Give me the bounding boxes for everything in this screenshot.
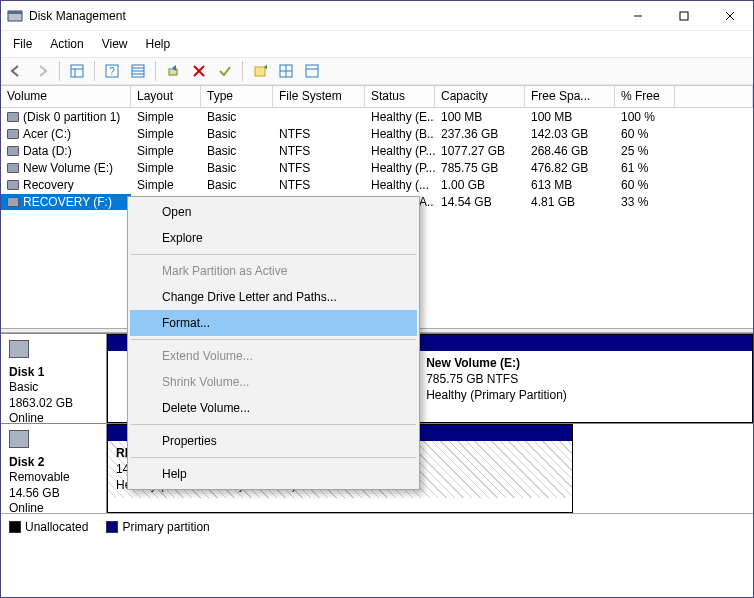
cm-change-letter[interactable]: Change Drive Letter and Paths... xyxy=(130,284,417,310)
disk1-size: 1863.02 GB xyxy=(9,396,73,410)
toolbar: ? ✶ xyxy=(1,57,753,85)
new-item-icon[interactable]: ✶ xyxy=(249,60,271,82)
svg-text:?: ? xyxy=(109,66,115,77)
disk-icon xyxy=(9,340,29,358)
svg-rect-23 xyxy=(306,65,318,77)
help-icon[interactable]: ? xyxy=(101,60,123,82)
col-pctfree[interactable]: % Free xyxy=(615,86,675,107)
col-freespace[interactable]: Free Spa... xyxy=(525,86,615,107)
cm-open[interactable]: Open xyxy=(130,199,417,225)
disk1-partition-newvolume[interactable]: New Volume (E:) 785.75 GB NTFS Healthy (… xyxy=(417,334,753,423)
disk1-label[interactable]: Disk 1 Basic 1863.02 GB Online xyxy=(1,334,107,423)
grid-header: Volume Layout Type File System Status Ca… xyxy=(1,86,753,108)
svg-rect-3 xyxy=(680,12,688,20)
volume-row[interactable]: New Volume (E:)SimpleBasicNTFSHealthy (P… xyxy=(1,159,753,176)
window-title: Disk Management xyxy=(29,9,126,23)
col-status[interactable]: Status xyxy=(365,86,435,107)
cm-extend: Extend Volume... xyxy=(130,343,417,369)
toolbar-grid-icon[interactable] xyxy=(275,60,297,82)
cm-explore[interactable]: Explore xyxy=(130,225,417,251)
delete-icon[interactable] xyxy=(188,60,210,82)
toolbar-detail-icon[interactable] xyxy=(301,60,323,82)
menu-action[interactable]: Action xyxy=(42,33,91,55)
col-volume[interactable]: Volume xyxy=(1,86,131,107)
cm-delete[interactable]: Delete Volume... xyxy=(130,395,417,421)
disk-icon xyxy=(9,430,29,448)
disk2-empty xyxy=(573,424,753,513)
back-button[interactable] xyxy=(5,60,27,82)
col-capacity[interactable]: Capacity xyxy=(435,86,525,107)
menu-file[interactable]: File xyxy=(5,33,40,55)
menu-view[interactable]: View xyxy=(94,33,136,55)
close-button[interactable] xyxy=(707,1,753,31)
menubar: File Action View Help xyxy=(1,31,753,57)
check-icon[interactable] xyxy=(214,60,236,82)
context-menu: Open Explore Mark Partition as Active Ch… xyxy=(127,196,420,490)
legend: Unallocated Primary partition xyxy=(1,513,753,540)
cm-shrink: Shrink Volume... xyxy=(130,369,417,395)
svg-rect-6 xyxy=(71,65,83,77)
disk2-state: Online xyxy=(9,501,44,515)
cm-mark-active: Mark Partition as Active xyxy=(130,258,417,284)
partition-title: New Volume (E:) xyxy=(426,356,520,370)
titlebar: Disk Management xyxy=(1,1,753,31)
menu-help[interactable]: Help xyxy=(138,33,179,55)
volume-row[interactable]: Data (D:)SimpleBasicNTFSHealthy (P...107… xyxy=(1,142,753,159)
col-filesystem[interactable]: File System xyxy=(273,86,365,107)
cm-format[interactable]: Format... xyxy=(130,310,417,336)
disk2-label[interactable]: Disk 2 Removable 14.56 GB Online xyxy=(1,424,107,513)
toolbar-list-icon[interactable] xyxy=(127,60,149,82)
volume-row[interactable]: RecoverySimpleBasicNTFSHealthy (...1.00 … xyxy=(1,176,753,193)
cm-properties[interactable]: Properties xyxy=(130,428,417,454)
svg-rect-1 xyxy=(8,11,22,14)
app-icon xyxy=(7,8,23,24)
forward-button[interactable] xyxy=(31,60,53,82)
volume-row[interactable]: Acer (C:)SimpleBasicNTFSHealthy (B...237… xyxy=(1,125,753,142)
disk2-name: Disk 2 xyxy=(9,455,98,471)
legend-unallocated: Unallocated xyxy=(9,520,88,534)
col-layout[interactable]: Layout xyxy=(131,86,201,107)
toolbar-panes-icon[interactable] xyxy=(66,60,88,82)
disk2-type: Removable xyxy=(9,470,70,484)
maximize-button[interactable] xyxy=(661,1,707,31)
minimize-button[interactable] xyxy=(615,1,661,31)
refresh-icon[interactable] xyxy=(162,60,184,82)
disk1-name: Disk 1 xyxy=(9,365,98,381)
cm-help[interactable]: Help xyxy=(130,461,417,487)
disk2-size: 14.56 GB xyxy=(9,486,60,500)
disk1-type: Basic xyxy=(9,380,38,394)
col-type[interactable]: Type xyxy=(201,86,273,107)
volume-row[interactable]: (Disk 0 partition 1)SimpleBasicHealthy (… xyxy=(1,108,753,125)
col-spacer xyxy=(675,86,753,107)
legend-primary: Primary partition xyxy=(106,520,209,534)
svg-text:✶: ✶ xyxy=(263,64,267,72)
partition-size: 785.75 GB NTFS xyxy=(426,372,518,386)
partition-status: Healthy (Primary Partition) xyxy=(426,388,567,402)
